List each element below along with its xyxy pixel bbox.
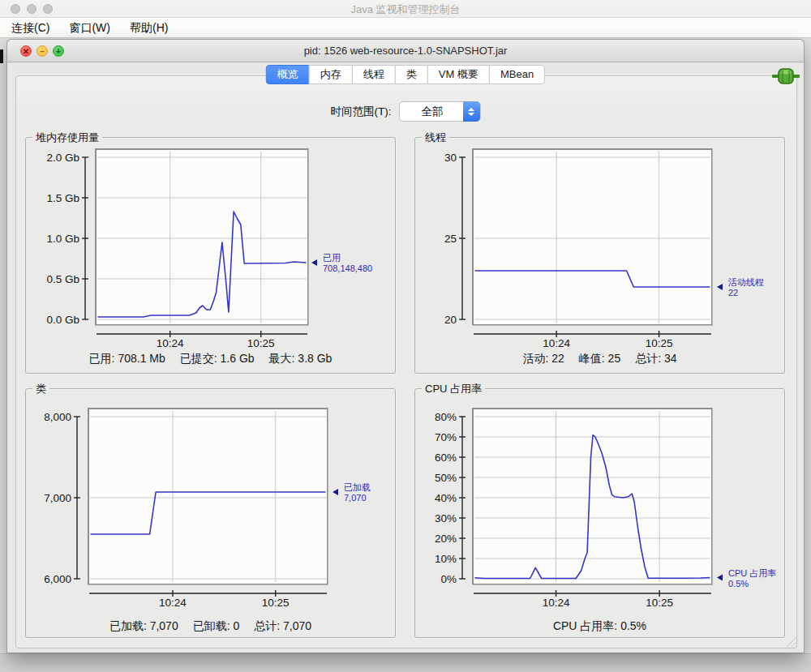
- y-tick-label: 80%: [435, 411, 457, 423]
- legend-text: 0.5%: [728, 579, 749, 589]
- y-tick-label: 30: [444, 152, 457, 164]
- time-range-label: 时间范围(T):: [331, 105, 392, 119]
- legend-text: CPU 占用率: [728, 568, 776, 578]
- y-tick-label: 7,000: [44, 492, 71, 504]
- macos-titlebar: Java 监视和管理控制台: [0, 0, 811, 18]
- app-window-title: Java 监视和管理控制台: [0, 2, 811, 17]
- tab-vm-summary[interactable]: VM 概要: [427, 65, 490, 84]
- chart-cpu: 80%70%60%50%40%30%20%10%0%10:2410:25CPU …: [415, 389, 784, 637]
- chart-status-classes: 已加载: 7,070已卸载: 0总计: 7,070: [26, 619, 395, 634]
- groupbox-classes: 类8,0007,0006,00010:2410:25已加载7,070已加载: 7…: [25, 388, 396, 638]
- y-tick-label: 0.0 Gb: [46, 314, 79, 326]
- menu-bar: 连接(C) 窗口(W) 帮助(H): [0, 18, 811, 38]
- legend-text: 活动线程: [727, 277, 764, 287]
- connection-status-icon: [771, 67, 800, 85]
- x-tick-label: 10:25: [646, 337, 673, 349]
- y-tick-label: 10%: [435, 553, 457, 565]
- legend-marker-icon: [717, 284, 723, 290]
- legend-marker-icon: [333, 489, 338, 495]
- y-tick-label: 40%: [435, 492, 457, 504]
- jconsole-titlebar[interactable]: ✕ – + pid: 1526 web-resource-1.0-SNAPSHO…: [7, 40, 804, 62]
- background-window-sliver: [0, 49, 3, 63]
- y-tick-label: 20%: [435, 533, 457, 545]
- jconsole-window: ✕ – + pid: 1526 web-resource-1.0-SNAPSHO…: [6, 39, 805, 653]
- y-tick-label: 6,000: [44, 573, 71, 585]
- chart-status-cpu: CPU 占用率: 0.5%: [415, 619, 784, 634]
- y-tick-label: 50%: [435, 472, 457, 484]
- legend-text: 已用: [323, 253, 341, 263]
- y-tick-label: 1.0 Gb: [46, 233, 79, 245]
- x-tick-label: 10:24: [159, 597, 187, 609]
- y-tick-label: 0.5 Gb: [46, 273, 79, 285]
- x-tick-label: 10:25: [247, 337, 275, 349]
- groupbox-cpu-usage: CPU 占用率80%70%60%50%40%30%20%10%0%10:2410…: [414, 388, 785, 638]
- x-tick-label: 10:25: [646, 597, 673, 609]
- x-tick-label: 10:24: [543, 337, 570, 349]
- menu-item-connection[interactable]: 连接(C): [2, 18, 59, 38]
- legend-text: 已加载: [344, 482, 371, 492]
- legend-marker-icon: [311, 259, 317, 266]
- legend-text: 22: [728, 288, 738, 297]
- chart-classes: 8,0007,0006,00010:2410:25已加载7,070: [26, 389, 395, 637]
- y-tick-label: 0%: [440, 573, 457, 585]
- legend-text: 708,148,480: [323, 263, 372, 273]
- legend-text: 7,070: [344, 493, 367, 503]
- x-tick-label: 10:24: [157, 337, 184, 349]
- time-range-row: 时间范围(T): 全部: [7, 101, 804, 122]
- y-tick-label: 20: [444, 314, 457, 326]
- chart-heap: 2.0 Gb1.5 Gb1.0 Gb0.5 Gb0.0 Gb10:2410:25…: [26, 138, 395, 373]
- connection-window-title: pid: 1526 web-resource-1.0-SNAPSHOT.jar: [7, 45, 804, 57]
- outer-window-bottom: [0, 653, 811, 672]
- tab-memory[interactable]: 内存: [309, 65, 353, 84]
- y-tick-label: 70%: [435, 431, 457, 443]
- y-tick-label: 1.5 Gb: [46, 192, 79, 204]
- chart-threads: 30252010:2410:25活动线程22: [415, 138, 784, 373]
- y-tick-label: 8,000: [44, 411, 71, 423]
- chart-status-threads: 活动: 22峰值: 25总计: 34: [415, 352, 784, 366]
- x-tick-label: 10:25: [262, 597, 290, 609]
- y-tick-label: 2.0 Gb: [46, 152, 79, 164]
- legend-marker-icon: [717, 575, 723, 581]
- menu-item-help[interactable]: 帮助(H): [120, 18, 178, 38]
- tab-overview[interactable]: 概览: [266, 65, 310, 84]
- tab-threads[interactable]: 线程: [352, 65, 396, 84]
- menu-item-window[interactable]: 窗口(W): [59, 18, 120, 38]
- chart-status-heap: 已用: 708.1 Mb已提交: 1.6 Gb最大: 3.8 Gb: [26, 352, 395, 366]
- x-tick-label: 10:24: [543, 597, 570, 609]
- groupbox-heap-memory: 堆内存使用量2.0 Gb1.5 Gb1.0 Gb0.5 Gb0.0 Gb10:2…: [25, 137, 396, 374]
- y-tick-label: 25: [444, 233, 457, 245]
- chevron-up-down-icon[interactable]: [463, 101, 480, 122]
- y-tick-label: 60%: [435, 452, 457, 464]
- tab-bar: 概览 内存 线程 类 VM 概要 MBean: [266, 65, 545, 84]
- tab-classes[interactable]: 类: [395, 65, 428, 84]
- y-tick-label: 30%: [435, 512, 457, 524]
- tab-mbean[interactable]: MBean: [489, 65, 545, 84]
- groupbox-threads: 线程30252010:2410:25活动线程22活动: 22峰值: 25总计: …: [414, 137, 785, 374]
- time-range-select[interactable]: 全部: [399, 101, 481, 122]
